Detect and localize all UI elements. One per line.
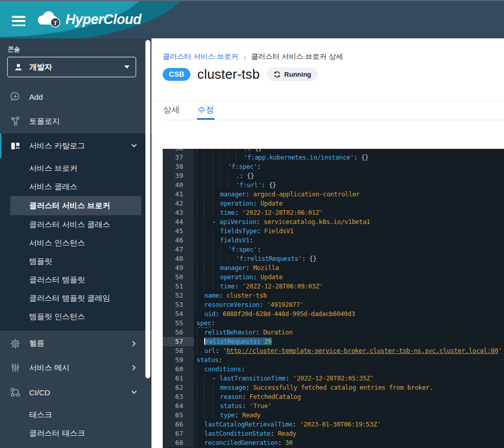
sidebar-item-label: 토폴로지: [29, 117, 139, 126]
sidebar-item-cluster-service-broker[interactable]: 클러스터 서비스 브로커: [10, 196, 141, 215]
code-line-46[interactable]: 46 fieldsV1:: [163, 236, 504, 245]
code-line-57[interactable]: 57 relistRequests: 29: [163, 337, 504, 346]
code-text: 'f:app.kubernetes.io/instance': {}: [194, 153, 504, 162]
code-line-68[interactable]: 68 reconciledGeneration: 30: [163, 438, 504, 447]
line-number: 62: [163, 383, 194, 392]
code-line-56[interactable]: 56 relistBehavior: Duration: [163, 328, 504, 337]
sidebar-item-add[interactable]: Add: [0, 84, 151, 109]
code-line-37[interactable]: 37 'f:app.kubernetes.io/instance': {}: [163, 153, 504, 162]
sidebar-item-cluster-service-class[interactable]: 클러스터 서비스 클래스: [0, 215, 151, 234]
code-line-53[interactable]: 53 resourceVersion: '49192877': [163, 300, 504, 309]
helm-icon: [10, 339, 20, 349]
code-line-54[interactable]: 54 uid: 6888f20d-628d-448d-995d-dadacb60…: [163, 309, 504, 319]
sidebar-item-topology[interactable]: 토폴로지: [0, 109, 151, 133]
chevron-down-icon: [129, 141, 139, 151]
sidebar-item-label: Add: [29, 93, 139, 101]
code-line-61[interactable]: 61 - lastTransitionTime: '2022-12-28T02:…: [163, 374, 504, 383]
sidebar-item-cicd[interactable]: CI/CD: [0, 380, 151, 405]
code-text: 'f:spec':: [194, 245, 504, 254]
sidebar-item-service-broker[interactable]: 서비스 브로커: [0, 159, 151, 177]
line-number: 48: [163, 254, 194, 263]
line-number: 47: [163, 245, 194, 254]
code-line-60[interactable]: 60 conditions:: [163, 365, 504, 374]
code-line-38[interactable]: 38 'f:spec':: [163, 162, 504, 171]
code-line-63[interactable]: 63 reason: FetchedCatalog: [163, 392, 504, 401]
sidebar-item-task[interactable]: 태스크: [0, 406, 151, 424]
line-number: 39: [163, 171, 194, 181]
code-text: conditions:: [194, 365, 504, 374]
code-line-41[interactable]: 41 manager: argocd-application-controlle…: [163, 190, 504, 199]
sidebar: 콘솔 개발자 Add토폴로지서비스 카탈로그서비스 브로커서비스 클래스클러스터…: [0, 38, 151, 448]
code-line-47[interactable]: 47 'f:spec':: [163, 245, 504, 254]
sidebar-item-task-run[interactable]: 태스크 런: [0, 442, 151, 448]
code-line-42[interactable]: 42 operation: Update: [163, 199, 504, 208]
code-line-36[interactable]: 36 .: {}: [163, 149, 504, 153]
line-number: 54: [163, 309, 194, 319]
code-line-40[interactable]: 40 'f:url': {}: [163, 181, 504, 190]
code-line-66[interactable]: 66 lastCatalogRetrievalTime: '2023-01-30…: [163, 420, 504, 429]
line-number: 50: [163, 273, 194, 282]
brand-name: HyperCloud: [65, 12, 141, 28]
sidebar-item-label: 서비스 카탈로그: [29, 141, 120, 151]
brand-logo: T HyperCloud: [35, 10, 141, 29]
perspective-dropdown[interactable]: 개발자: [7, 57, 136, 77]
code-text: reconciledGeneration: 30: [194, 438, 504, 447]
line-number: 60: [163, 365, 194, 374]
yaml-editor[interactable]: 36 .: {}37 'f:app.kubernetes.io/instance…: [163, 149, 504, 448]
subnav-service-catalog: 서비스 브로커서비스 클래스클러스터 서비스 브로커클러스터 서비스 클래스서비…: [0, 158, 151, 331]
line-number: 59: [163, 355, 194, 365]
line-number: 36: [163, 149, 194, 153]
sidebar-item-template[interactable]: 템플릿: [0, 252, 151, 271]
code-line-50[interactable]: 50 operation: Update: [163, 273, 504, 282]
code-line-64[interactable]: 64 status: 'True': [163, 401, 504, 411]
code-line-43[interactable]: 43 time: '2022-12-28T02:06:01Z': [163, 208, 504, 217]
sidebar-item-cluster-template[interactable]: 클러스터 템플릿: [0, 271, 151, 289]
code-line-51[interactable]: 51 time: '2022-12-28T06:09:03Z': [163, 282, 504, 291]
main-content: 클러스터 서비스 브로커 › 클러스터 서비스 브로커 상세 CSB clust…: [151, 38, 504, 448]
code-text: .: {}: [194, 171, 504, 181]
sidebar-item-service-catalog[interactable]: 서비스 카탈로그: [0, 133, 151, 158]
code-line-62[interactable]: 62 message: Successfully fetched catalog…: [163, 383, 504, 392]
code-line-58[interactable]: 58 url: 'http://cluster-template-service…: [163, 346, 504, 355]
line-number: 38: [163, 162, 194, 171]
code-line-45[interactable]: 45 fieldsType: FieldsV1: [163, 227, 504, 236]
code-line-52[interactable]: 52 name: cluster-tsb: [163, 291, 504, 300]
code-line-59[interactable]: 59status:: [163, 355, 504, 365]
cicd-icon: [10, 387, 20, 397]
chevron-right-icon: [129, 363, 139, 373]
tab-edit[interactable]: 수정: [197, 101, 214, 120]
code-text: lastCatalogRetrievalTime: '2023-01-30T06…: [194, 420, 504, 429]
sidebar-item-service-instance[interactable]: 서비스 인스턴스: [0, 234, 151, 252]
code-line-65[interactable]: 65 type: Ready: [163, 411, 504, 420]
line-number: 65: [163, 411, 194, 420]
code-text: reason: FetchedCatalog: [194, 392, 504, 401]
mesh-icon: [10, 363, 20, 373]
line-number: 42: [163, 199, 194, 208]
sidebar-item-cluster-template-claim[interactable]: 클러스터 템플릿 클레임: [0, 289, 151, 307]
code-text: fieldsV1:: [194, 236, 504, 245]
code-line-48[interactable]: 48 'f:relistRequests': {}: [163, 254, 504, 263]
sidebar-item-cluster-task[interactable]: 클러스터 태스크: [0, 424, 151, 442]
code-line-44[interactable]: 44 - apiVersion: servicecatalog.k8s.io/v…: [163, 217, 504, 227]
console-label: 콘솔: [8, 45, 151, 54]
code-line-49[interactable]: 49 manager: Mozilla: [163, 263, 504, 273]
sidebar-item-template-instance[interactable]: 템플릿 인스턴스: [0, 307, 151, 326]
menu-toggle-button[interactable]: [12, 16, 26, 26]
code-line-67[interactable]: 67 lastConditionState: Ready: [163, 429, 504, 438]
code-line-55[interactable]: 55spec:: [163, 319, 504, 328]
chevron-right-icon: [129, 339, 139, 349]
code-text: time: '2022-12-28T02:06:01Z': [194, 208, 504, 217]
sidebar-item-service-class[interactable]: 서비스 클래스: [0, 177, 151, 196]
line-number: 55: [163, 319, 194, 328]
code-text: spec:: [194, 319, 504, 328]
sidebar-item-label: 서비스 메시: [29, 363, 120, 373]
sidebar-item-helm[interactable]: 헬름: [0, 331, 151, 355]
sidebar-item-service-mesh[interactable]: 서비스 메시: [0, 355, 151, 380]
sidebar-item-label: CI/CD: [29, 388, 120, 397]
line-number: 58: [163, 346, 194, 355]
status-label: Running: [284, 71, 312, 78]
breadcrumb-link[interactable]: 클러스터 서비스 브로커: [163, 52, 238, 61]
sidebar-scrollbar[interactable]: [145, 40, 150, 378]
code-line-39[interactable]: 39 .: {}: [163, 171, 504, 181]
tab-detail[interactable]: 상세: [163, 101, 180, 120]
